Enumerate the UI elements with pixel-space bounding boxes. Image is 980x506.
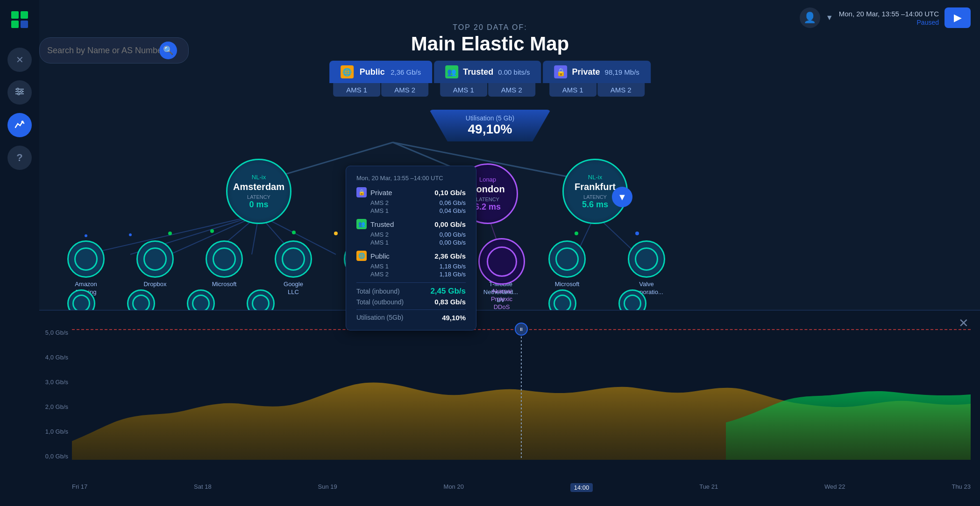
y-label-5: 5,0 Gb/s (43, 329, 68, 336)
frankfurt-exchange: NL-ix (588, 174, 602, 181)
tooltip-public-ams1: AMS 1 1,18 Gb/s (356, 263, 466, 270)
tooltip: Mon, 20 Mar, 13:55 –14:00 UTC 🔒 Private … (346, 166, 476, 330)
x-label-1400: 14:00 (570, 483, 593, 492)
tooltip-private-icon: 🔒 (356, 187, 367, 197)
tooltip-public-icon: 🌐 (356, 251, 367, 261)
exchange-trusted-header: 👥 Trusted 0.00 bits/s (434, 61, 541, 83)
svg-rect-3 (21, 21, 28, 28)
svg-point-25 (210, 229, 214, 233)
frankfurt-latency-label: LATENCY (583, 194, 607, 200)
frankfurt-name: Frankfurt (575, 182, 616, 192)
exchange-private-subs: AMS 1 AMS 2 (549, 83, 645, 97)
analytics-icon (14, 119, 25, 132)
tooltip-public-ams2: AMS 2 1,18 Gb/s (356, 271, 466, 278)
exchange-public-name: Public (360, 67, 385, 77)
x-label-wed: Wed 22 (824, 483, 845, 492)
play-button[interactable]: ▶ (944, 7, 971, 28)
filter-button[interactable] (7, 80, 32, 105)
tooltip-title: Mon, 20 Mar, 13:55 –14:00 UTC (356, 175, 466, 182)
search-box: 🔍 (39, 37, 189, 63)
analytics-button[interactable] (7, 113, 32, 137)
tooltip-divider-2 (356, 309, 466, 310)
header-subtitle: TOP 20 DATA OF: (411, 23, 569, 32)
tooltip-private-value: 0,10 Gb/s (434, 189, 466, 197)
svg-point-9 (18, 93, 20, 95)
tooltip-total-outbound: Total (outbound) 0,83 Gb/s (356, 298, 466, 306)
chart-y-labels: 0,0 Gb/s 1,0 Gb/s 2,0 Gb/s 3,0 Gb/s 4,0 … (39, 329, 72, 460)
user-button[interactable]: 👤 (800, 7, 820, 28)
exchange-private-ams1[interactable]: AMS 1 (549, 83, 597, 97)
exchange-public-ams1[interactable]: AMS 1 (333, 83, 380, 97)
search-input[interactable] (47, 46, 159, 56)
y-label-0: 0,0 Gb/s (43, 453, 68, 460)
tooltip-section-trusted: 👥 Trusted 0,00 Gb/s AMS 2 0,00 Gb/s AMS … (356, 219, 466, 246)
exchange-trusted-ams2[interactable]: AMS 2 (488, 83, 535, 97)
exchange-trusted-icon: 👥 (445, 65, 458, 78)
y-label-2: 2,0 Gb/s (43, 403, 68, 410)
tooltip-private-label: Private (370, 189, 431, 197)
user-icon: 👤 (803, 12, 816, 24)
tooltip-trusted-ams1: AMS 1 0,00 Gb/s (356, 239, 466, 246)
exchange-trusted-speed: 0.00 bits/s (498, 68, 530, 76)
svg-rect-2 (11, 21, 19, 28)
x-label-thu: Thu 23 (952, 483, 970, 492)
x-label-mon: Mon 20 (444, 483, 464, 492)
close-icon: ✕ (16, 54, 24, 65)
microsoft-fra-label: Microsoft (555, 281, 580, 288)
chart-svg (72, 329, 971, 460)
datetime-info: Mon, 20 Mar, 13:55 –14:00 UTC Paused (839, 10, 939, 26)
search-area: 🔍 (39, 37, 189, 63)
svg-point-31 (635, 232, 639, 235)
exchange-public-speed: 2,36 Gb/s (391, 68, 421, 76)
x-label-fri: Fri 17 (72, 483, 87, 492)
amsterdam-latency-label: LATENCY (247, 194, 270, 200)
search-icon: 🔍 (163, 45, 173, 56)
tooltip-section-private: 🔒 Private 0,10 Gb/s AMS 2 0,06 Gb/s AMS … (356, 187, 466, 214)
sub-node-microsoft-fra[interactable]: Microsoft (548, 240, 586, 296)
chart-close-icon: ✕ (959, 316, 969, 330)
help-button[interactable]: ? (7, 146, 32, 170)
chevron-down-icon: ▼ (618, 192, 627, 203)
tooltip-divider (356, 282, 466, 283)
node-amsterdam[interactable]: NL-ix Amsterdam LATENCY 0 ms (226, 159, 291, 224)
chart-pause-button[interactable]: ⏸ (515, 323, 528, 336)
sub-node-valve[interactable]: ValveCorporatio... (628, 240, 665, 296)
sidebar: ✕ ? (0, 0, 39, 506)
svg-point-26 (292, 231, 296, 234)
node-akamai[interactable]: AkamaiProlexicDDoS (478, 238, 525, 311)
search-button[interactable]: 🔍 (159, 42, 177, 59)
chart-x-labels: Fri 17 Sat 18 Sun 19 Mon 20 14:00 Tue 21… (72, 483, 971, 492)
tooltip-total-inbound: Total (inbound) 2,45 Gb/s (356, 287, 466, 296)
tooltip-utilisation: Utilisation (5Gb) 49,10% (356, 314, 466, 322)
y-label-3: 3,0 Gb/s (43, 379, 68, 386)
london-latency-label: LATENCY (476, 197, 499, 202)
frankfurt-expand-button[interactable]: ▼ (612, 187, 632, 207)
tooltip-private-ams1: AMS 1 0,04 Gb/s (356, 207, 466, 214)
chart-close-button[interactable]: ✕ (959, 316, 969, 330)
exchange-trusted-ams1[interactable]: AMS 1 (440, 83, 487, 97)
close-button[interactable]: ✕ (7, 48, 32, 72)
exchange-public-ams2[interactable]: AMS 2 (381, 83, 428, 97)
exchange-public-icon: 🌐 (341, 65, 354, 78)
exchange-public-header: 🌐 Public 2,36 Gb/s (329, 61, 432, 83)
frankfurt-latency-value: 5.6 ms (582, 200, 608, 210)
utilisation-box: Utilisation (5 Gb) 49,10% (429, 110, 551, 141)
y-label-1: 1,0 Gb/s (43, 428, 68, 435)
tooltip-public-label: Public (370, 252, 431, 260)
exchange-private-name: Private (572, 67, 600, 77)
utilisation-label: Utilisation (5 Gb) (452, 114, 528, 122)
tooltip-trusted-row: 👥 Trusted 0,00 Gb/s (356, 219, 466, 229)
svg-rect-1 (21, 11, 28, 19)
app-logo (7, 7, 32, 32)
tooltip-public-value: 2,36 Gb/s (434, 252, 466, 260)
svg-point-29 (129, 233, 132, 236)
chart-canvas: ⏸ (72, 329, 971, 460)
exchange-private-ams2[interactable]: AMS 2 (597, 83, 645, 97)
sub-node-google[interactable]: GoogleLLC (275, 240, 312, 304)
svg-point-7 (17, 88, 19, 90)
svg-point-28 (85, 234, 87, 237)
exchange-trusted-subs: AMS 1 AMS 2 (440, 83, 535, 97)
exchange-private-speed: 98,19 Mb/s (605, 68, 639, 76)
dropbox-label: Dropbox (143, 281, 166, 288)
google-label: GoogleLLC (284, 281, 303, 296)
